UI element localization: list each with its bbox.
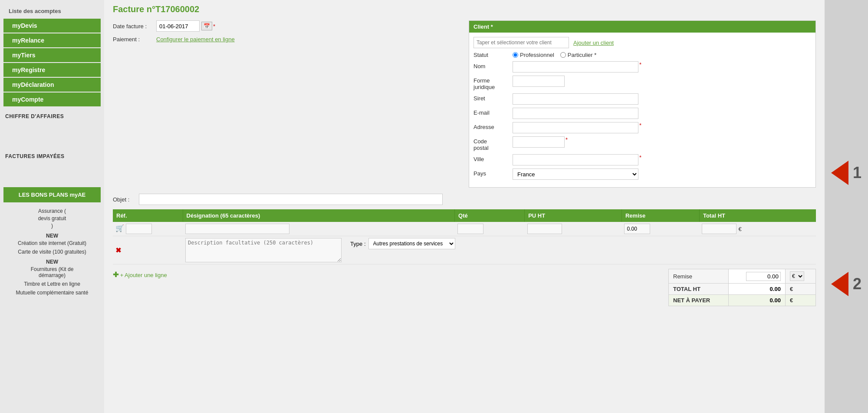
desc-textarea[interactable] bbox=[185, 238, 342, 262]
col-totalht: Total HT bbox=[699, 209, 816, 222]
pu-cell bbox=[525, 222, 622, 236]
type-select[interactable]: Autres prestations de services Vente de … bbox=[368, 238, 455, 249]
objet-input[interactable] bbox=[139, 194, 443, 205]
remise-currency: € % bbox=[785, 269, 815, 284]
lines-table: Réf. Désignation (65 caractères) Qté PU … bbox=[113, 209, 816, 264]
delete-cell: ✖ bbox=[113, 236, 183, 264]
add-client-link[interactable]: Ajouter un client bbox=[573, 40, 614, 46]
desc-type-cell: Type : Autres prestations de services Ve… bbox=[183, 236, 816, 264]
desig-input[interactable] bbox=[185, 224, 289, 234]
code-postal-row: Codepostal * bbox=[473, 136, 811, 151]
client-search-input[interactable] bbox=[473, 37, 569, 48]
bons-plans-carte[interactable]: Carte de visite (100 gratuites) bbox=[3, 248, 101, 256]
remise-input-cell bbox=[621, 222, 699, 236]
email-input[interactable] bbox=[513, 108, 638, 119]
bons-plans-list: Assurance (devis gratuit) NEW Création s… bbox=[0, 205, 104, 299]
date-label: Date facture : bbox=[113, 23, 156, 30]
net-payer-currency: € bbox=[785, 295, 815, 306]
sidebar-item-myrelance[interactable]: myRelance bbox=[3, 33, 101, 47]
statut-label: Statut bbox=[473, 52, 513, 58]
totals-table: Remise € % TOTAL HT 0.00 € bbox=[668, 269, 816, 306]
radio-professionnel[interactable]: Professionnel bbox=[513, 52, 554, 58]
lines-body: 🛒 bbox=[113, 222, 816, 264]
date-required: * bbox=[213, 23, 215, 30]
email-label: E-mail bbox=[473, 108, 513, 116]
nom-row: Nom * bbox=[473, 61, 811, 73]
pu-input[interactable] bbox=[527, 224, 562, 234]
sidebar-item-mydeclaration[interactable]: myDéclaration bbox=[3, 78, 101, 92]
cart-cell: 🛒 bbox=[113, 222, 183, 236]
siret-input[interactable] bbox=[513, 93, 638, 105]
radio-particulier-input[interactable] bbox=[560, 52, 566, 58]
ville-label: Ville bbox=[473, 154, 513, 162]
remise-total-value bbox=[728, 269, 785, 284]
chiffre-affaires-content bbox=[0, 121, 104, 147]
email-row: E-mail bbox=[473, 108, 811, 119]
forme-juridique-input[interactable] bbox=[513, 76, 565, 87]
invoice-right: Client * Ajouter un client Statut bbox=[469, 20, 816, 188]
add-line-button[interactable]: ✚ + Ajouter une ligne bbox=[113, 269, 167, 281]
ref-input[interactable] bbox=[126, 224, 152, 234]
forme-juridique-row: Formejuridique bbox=[473, 76, 811, 90]
sidebar-title: Liste des acomptes bbox=[0, 4, 104, 18]
sidebar-item-mytiers[interactable]: myTiers bbox=[3, 48, 101, 62]
qty-input[interactable] bbox=[457, 224, 483, 234]
delete-icon[interactable]: ✖ bbox=[115, 247, 121, 254]
col-desig: Désignation (65 caractères) bbox=[183, 209, 455, 222]
remise-input[interactable] bbox=[624, 224, 650, 234]
client-box: Client * Ajouter un client Statut bbox=[469, 20, 816, 188]
total-ht-currency: € bbox=[785, 284, 815, 295]
chiffre-affaires-title: CHIFFRE D'AFFAIRES bbox=[0, 107, 104, 121]
total-input[interactable] bbox=[702, 224, 736, 234]
siret-label: Siret bbox=[473, 93, 513, 102]
arrow-2-icon bbox=[831, 272, 848, 296]
date-input[interactable] bbox=[156, 20, 200, 32]
bons-plans-site: NEW Création site internet (Gratuit) bbox=[3, 230, 101, 248]
currency-select[interactable]: € % bbox=[790, 271, 804, 281]
bons-plans-mutuelle[interactable]: Mutuelle complémentaire santé bbox=[3, 288, 101, 297]
invoice-form: Date facture : 📅 * Paiement : Configurer… bbox=[113, 20, 816, 188]
objet-row: Objet : bbox=[113, 194, 816, 205]
type-label: Type : bbox=[350, 241, 365, 247]
radio-particulier[interactable]: Particulier * bbox=[560, 52, 596, 58]
net-payer-row: NET À PAYER 0.00 € bbox=[669, 295, 816, 306]
pays-label: Pays bbox=[473, 169, 513, 177]
calendar-icon[interactable]: 📅 bbox=[201, 22, 212, 30]
code-postal-input[interactable] bbox=[513, 136, 565, 148]
factures-impayees-content bbox=[0, 161, 104, 183]
code-postal-label: Codepostal bbox=[473, 136, 513, 151]
radio-group: Professionnel Particulier * bbox=[513, 52, 596, 58]
pays-select[interactable]: France Belgique Suisse Luxembourg Autres bbox=[513, 169, 638, 180]
remise-total-input[interactable] bbox=[746, 272, 781, 281]
adresse-input[interactable] bbox=[513, 122, 638, 133]
objet-label: Objet : bbox=[113, 196, 139, 203]
col-remise: Remise bbox=[621, 209, 699, 222]
col-puht: PU HT bbox=[525, 209, 622, 222]
nom-input[interactable] bbox=[513, 61, 638, 73]
pays-row: Pays France Belgique Suisse Luxembourg A… bbox=[473, 169, 811, 180]
bons-plans-title: LES BONS PLANS myAE bbox=[3, 187, 101, 202]
nom-label: Nom bbox=[473, 61, 513, 69]
sidebar-item-mycompte[interactable]: myCompte bbox=[3, 93, 101, 106]
paiement-label: Paiement : bbox=[113, 36, 156, 43]
bons-plans-assurance-link[interactable]: devis gratuit bbox=[5, 214, 99, 223]
qty-cell bbox=[455, 222, 525, 236]
total-ht-value: 0.00 bbox=[728, 284, 785, 295]
bons-plans-timbre[interactable]: Timbre et Lettre en ligne bbox=[3, 280, 101, 288]
right-panel: 1 2 bbox=[825, 0, 868, 413]
cart-icon: 🛒 bbox=[115, 225, 124, 232]
lines-header: Réf. Désignation (65 caractères) Qté PU … bbox=[113, 209, 816, 222]
client-search-row: Ajouter un client bbox=[473, 37, 811, 48]
arrow-1-number: 1 bbox=[853, 164, 861, 182]
desc-row: ✖ Type : Autres prestations de services … bbox=[113, 236, 816, 264]
ville-input[interactable] bbox=[513, 154, 638, 165]
arrow-2-container: 2 bbox=[831, 272, 861, 296]
arrow-1-container: 1 bbox=[831, 161, 861, 185]
radio-professionnel-input[interactable] bbox=[513, 52, 518, 58]
net-payer-value: 0.00 bbox=[728, 295, 785, 306]
sidebar-item-mydevis[interactable]: myDevis bbox=[3, 19, 101, 33]
adresse-row: Adresse * bbox=[473, 122, 811, 133]
total-cell: € bbox=[699, 222, 816, 236]
paiement-link[interactable]: Configurer le paiement en ligne bbox=[156, 36, 235, 43]
sidebar-item-myregistre[interactable]: myRegistre bbox=[3, 63, 101, 77]
